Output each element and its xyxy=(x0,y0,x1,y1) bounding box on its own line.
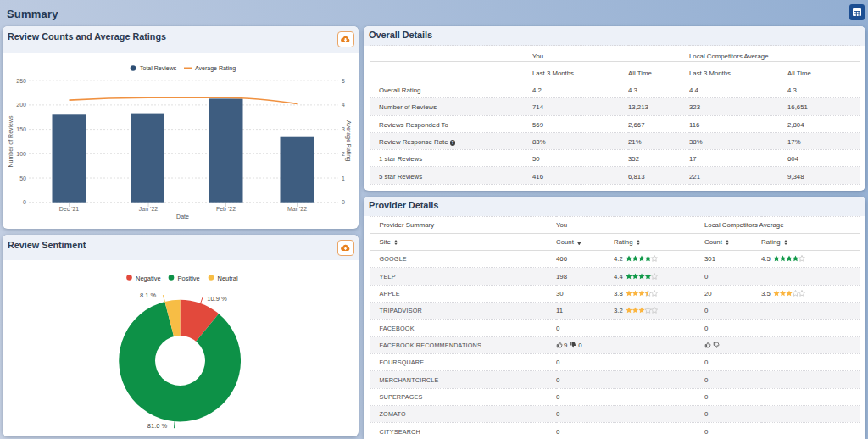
svg-text:0: 0 xyxy=(23,199,26,205)
svg-text:Negative: Negative xyxy=(136,275,161,282)
svg-text:10.9 %: 10.9 % xyxy=(207,295,227,303)
svg-text:200: 200 xyxy=(16,102,26,108)
svg-text:0: 0 xyxy=(342,199,345,205)
svg-text:150: 150 xyxy=(16,126,26,132)
svg-text:Feb '22: Feb '22 xyxy=(216,206,236,212)
svg-text:3: 3 xyxy=(342,126,345,132)
svg-text:8.1 %: 8.1 % xyxy=(140,292,157,299)
svg-text:Number of Reviews: Number of Reviews xyxy=(8,115,14,168)
svg-text:Mar '22: Mar '22 xyxy=(287,206,307,212)
svg-text:Average Rating: Average Rating xyxy=(345,120,352,161)
svg-text:Neutral: Neutral xyxy=(218,275,239,282)
svg-text:Date: Date xyxy=(176,214,189,220)
svg-text:4: 4 xyxy=(342,102,345,108)
svg-text:Average Rating: Average Rating xyxy=(195,65,236,72)
svg-text:1: 1 xyxy=(342,175,345,181)
svg-text:100: 100 xyxy=(16,151,26,157)
svg-text:250: 250 xyxy=(16,78,26,84)
svg-text:Dec '21: Dec '21 xyxy=(59,206,80,212)
svg-text:50: 50 xyxy=(19,175,26,181)
svg-text:2: 2 xyxy=(342,151,345,157)
svg-text:81.0 %: 81.0 % xyxy=(147,422,168,430)
svg-text:Positive: Positive xyxy=(178,275,200,282)
svg-text:5: 5 xyxy=(342,78,345,84)
svg-text:Jan '22: Jan '22 xyxy=(139,206,158,212)
svg-text:Total Reviews: Total Reviews xyxy=(140,65,177,71)
